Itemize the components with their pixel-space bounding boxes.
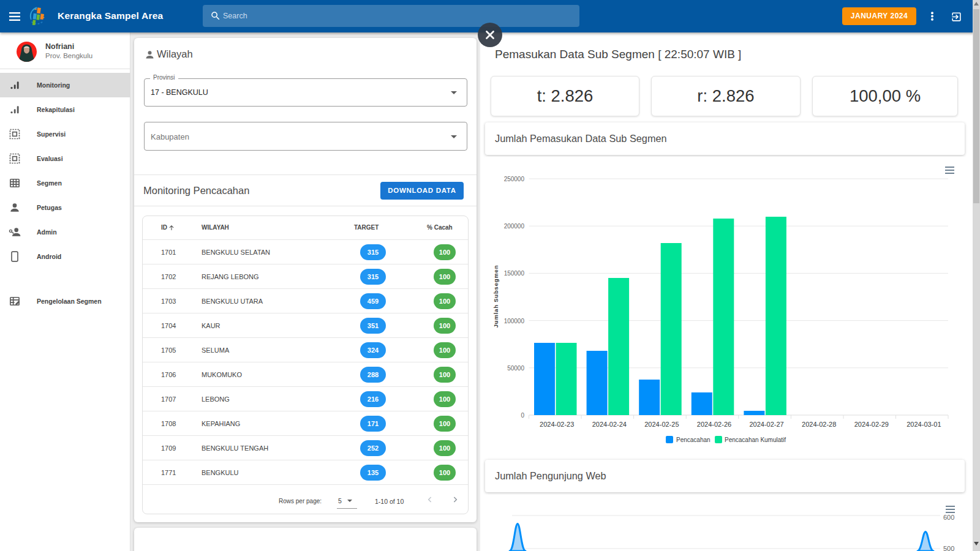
svg-text:2024-02-28: 2024-02-28 — [802, 421, 836, 428]
svg-text:Pencacahan Kumulatif: Pencacahan Kumulatif — [725, 437, 786, 443]
svg-text:Jumlah Subsegmen: Jumlah Subsegmen — [492, 265, 499, 328]
svg-text:600: 600 — [943, 514, 954, 521]
svg-text:2024-02-24: 2024-02-24 — [592, 421, 627, 428]
svg-text:0: 0 — [521, 412, 524, 419]
svg-text:2024-02-29: 2024-02-29 — [854, 421, 889, 428]
svg-text:150000: 150000 — [504, 270, 525, 277]
svg-text:2024-03-01: 2024-03-01 — [907, 421, 941, 428]
svg-text:100000: 100000 — [504, 318, 525, 324]
svg-text:2024-02-27: 2024-02-27 — [749, 421, 783, 428]
svg-text:2024-02-25: 2024-02-25 — [644, 421, 679, 428]
svg-text:200000: 200000 — [504, 223, 525, 230]
svg-text:500: 500 — [943, 545, 954, 551]
svg-text:Pencacahan: Pencacahan — [676, 437, 710, 443]
svg-text:2024-02-26: 2024-02-26 — [697, 421, 731, 428]
svg-text:50000: 50000 — [507, 365, 524, 372]
svg-text:250000: 250000 — [504, 176, 525, 182]
svg-text:2024-02-23: 2024-02-23 — [540, 421, 574, 428]
